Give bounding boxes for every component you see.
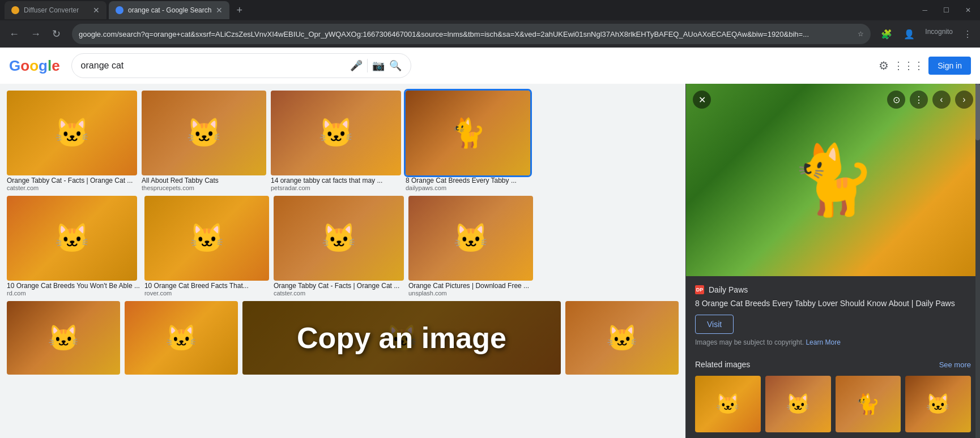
grid-item[interactable]: 🐱	[565, 301, 679, 375]
panel-lens-button[interactable]: ⊙	[887, 91, 905, 109]
address-bar[interactable]: google.com/search?q=orange+cat&sxsrf=ALi…	[72, 24, 871, 44]
tab-favicon-diffuser	[11, 6, 19, 14]
tab-close-google[interactable]: ✕	[216, 6, 223, 15]
panel-more-button[interactable]: ⋮	[910, 91, 928, 109]
grid-source: dailypaws.com	[406, 184, 530, 191]
panel-related: Related images See more 🐱 🐱 🐈 🐱	[686, 355, 980, 432]
address-text: google.com/search?q=orange+cat&sxsrf=ALi…	[79, 30, 853, 38]
panel-image-container: 🐈 ✕ ⊙ ⋮ ‹ ›	[686, 84, 980, 276]
maximize-button[interactable]: ☐	[939, 4, 954, 16]
grid-item-selected[interactable]: 🐈	[406, 91, 530, 175]
grid-cell: 🐱 Orange Tabby Cat - Facts | Orange Cat …	[274, 196, 404, 297]
incognito-label: Incognito	[923, 25, 955, 43]
panel-controls: ✕ ⊙ ⋮ ‹ ›	[693, 91, 973, 109]
grid-cell: 🐱	[7, 301, 120, 375]
grid-cell: 🐱 Orange Cat Pictures | Download Free ..…	[408, 196, 533, 297]
scrollbar-thumb[interactable]	[975, 84, 980, 140]
grid-cell: 🐈 8 Orange Cat Breeds Every Tabby ... da…	[406, 91, 530, 191]
grid-cell: 🐱	[125, 301, 238, 375]
panel-next-button[interactable]: ›	[955, 91, 973, 109]
nav-toolbar: 🧩 👤 Incognito ⋮	[877, 25, 975, 43]
cat-image-3: 🐱	[271, 91, 401, 175]
panel-source-row: DP Daily Paws	[695, 285, 971, 294]
panel-close-button[interactable]: ✕	[693, 91, 711, 109]
google-apps-icon[interactable]: ⋮⋮⋮	[893, 59, 924, 72]
visit-button[interactable]: Visit	[695, 315, 734, 334]
reload-button[interactable]: ↻	[48, 24, 65, 44]
forward-button[interactable]: →	[26, 25, 45, 44]
grid-caption: Orange Tabby Cat - Facts | Orange Cat ..…	[7, 177, 137, 184]
main-content: 🐱 Orange Tabby Cat - Facts | Orange Cat …	[0, 84, 980, 438]
grid-item[interactable]: 🐱	[7, 196, 137, 281]
grid-item[interactable]: 🐱	[408, 196, 533, 281]
panel-copyright: Images may be subject to copyright. Lear…	[695, 338, 971, 346]
grid-item[interactable]: 🐱	[271, 91, 401, 175]
tab-close-diffuser[interactable]: ✕	[93, 6, 100, 15]
menu-icon[interactable]: ⋮	[960, 25, 975, 43]
cat-image-10: 🐱	[125, 301, 238, 375]
related-image-2[interactable]: 🐱	[765, 376, 831, 432]
tab-google-label: orange cat - Google Search	[128, 6, 211, 14]
grid-row-1: 🐱 Orange Tabby Cat - Facts | Orange Cat …	[7, 91, 679, 191]
grid-source: unsplash.com	[408, 290, 533, 297]
panel-related-header: Related images See more	[695, 360, 971, 369]
tab-google[interactable]: orange cat - Google Search ✕	[109, 1, 229, 19]
grid-item[interactable]: 🐱	[7, 91, 137, 175]
grid-source: rover.com	[144, 290, 269, 297]
search-bar[interactable]: orange cat 🎤 📷 🔍	[71, 53, 411, 78]
related-images-title: Related images	[695, 360, 750, 369]
close-button[interactable]: ✕	[961, 4, 975, 16]
related-image-1[interactable]: 🐱	[695, 376, 761, 432]
grid-row-3: 🐱 🐱 🐱 Copy an image 🐱	[7, 301, 679, 375]
grid-cell: 🐱 10 Orange Cat Breeds You Won't Be Able…	[7, 196, 140, 297]
header-right: ⚙ ⋮⋮⋮ Sign in	[879, 57, 971, 75]
cat-image-4: 🐈	[406, 91, 530, 175]
navbar: ← → ↻ google.com/search?q=orange+cat&sxs…	[0, 20, 980, 48]
sign-in-button[interactable]: Sign in	[928, 57, 971, 75]
extensions-icon[interactable]: 🧩	[877, 25, 896, 43]
star-icon[interactable]: ☆	[858, 30, 864, 38]
minimize-button[interactable]: ─	[918, 4, 932, 16]
grid-item[interactable]: 🐱	[125, 301, 238, 375]
grid-item-overlay[interactable]: 🐱 Copy an image	[242, 301, 561, 375]
overlay: Copy an image	[242, 301, 561, 375]
panel-source-name: Daily Paws	[709, 285, 748, 294]
grid-source: thesprucepets.com	[142, 184, 266, 191]
related-image-4[interactable]: 🐱	[905, 376, 971, 432]
learn-more-link[interactable]: Learn More	[806, 338, 840, 346]
camera-icon[interactable]: 📷	[372, 59, 385, 72]
related-images-grid: 🐱 🐱 🐈 🐱	[695, 376, 971, 432]
cat-image-6: 🐱	[144, 196, 269, 281]
scrollbar-track[interactable]	[975, 84, 980, 438]
grid-caption: 10 Orange Cat Breeds You Won't Be Able .…	[7, 282, 140, 290]
cat-image-12: 🐱	[565, 301, 679, 375]
panel-prev-button[interactable]: ‹	[932, 91, 951, 109]
grid-caption: 10 Orange Cat Breed Facts That...	[144, 282, 269, 290]
grid-item[interactable]: 🐱	[7, 301, 120, 375]
settings-icon[interactable]: ⚙	[879, 59, 889, 72]
back-button[interactable]: ←	[5, 25, 24, 44]
new-tab-button[interactable]: +	[232, 2, 247, 19]
grid-caption: 14 orange tabby cat facts that may ...	[271, 177, 401, 184]
mic-icon[interactable]: 🎤	[350, 59, 363, 72]
tab-diffuser[interactable]: Diffuser Converter ✕	[5, 1, 106, 19]
titlebar: Diffuser Converter ✕ orange cat - Google…	[0, 0, 980, 20]
grid-source: catster.com	[7, 184, 137, 191]
search-input[interactable]: orange cat	[81, 61, 346, 71]
image-grid: 🐱 Orange Tabby Cat - Facts | Orange Cat …	[0, 84, 685, 438]
grid-item[interactable]: 🐱	[144, 196, 269, 281]
panel-action-row: Visit	[695, 312, 971, 334]
cat-image-9: 🐱	[7, 301, 120, 375]
panel-title: 8 Orange Cat Breeds Every Tabby Lover Sh…	[695, 299, 971, 308]
tab-diffuser-label: Diffuser Converter	[24, 6, 79, 14]
grid-item[interactable]: 🐱	[274, 196, 404, 281]
panel-favicon: DP	[695, 285, 704, 294]
right-panel: 🐈 ✕ ⊙ ⋮ ‹ › DP Daily Paws 8 Orange Cat B…	[685, 84, 980, 438]
grid-item[interactable]: 🐱	[142, 91, 266, 175]
grid-cell: 🐱 14 orange tabby cat facts that may ...…	[271, 91, 401, 191]
grid-cell: 🐱	[565, 301, 679, 375]
profile-icon[interactable]: 👤	[900, 25, 918, 43]
search-submit-icon[interactable]: 🔍	[389, 59, 402, 72]
related-image-3[interactable]: 🐈	[836, 376, 901, 432]
see-more-button[interactable]: See more	[939, 360, 971, 369]
